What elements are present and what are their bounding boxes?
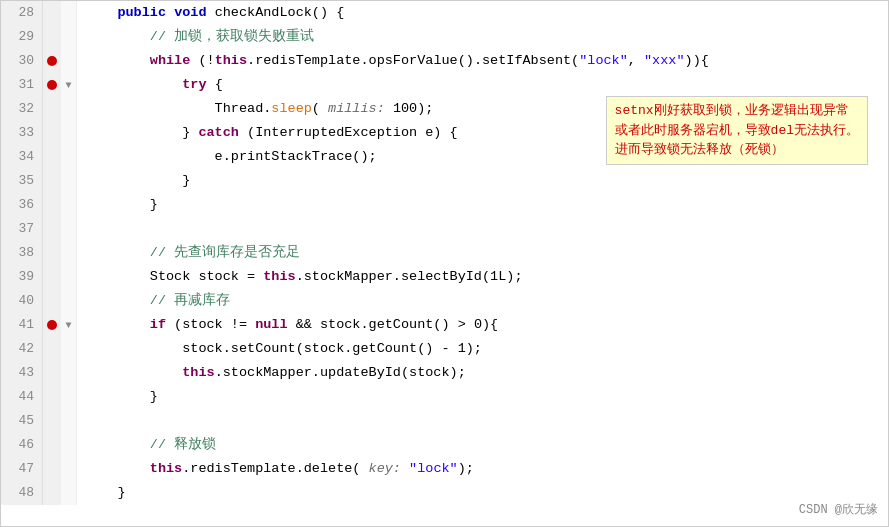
- code-content: if (stock != null && stock.getCount() > …: [77, 313, 888, 337]
- code-row: 46 // 释放锁: [1, 433, 888, 457]
- fold-cell: [61, 169, 77, 193]
- code-row: 48 }: [1, 481, 888, 505]
- line-number: 45: [1, 409, 43, 433]
- code-row: 47 this.redisTemplate.delete( key: "lock…: [1, 457, 888, 481]
- breakpoint-cell[interactable]: [43, 169, 61, 193]
- breakpoint-cell[interactable]: [43, 97, 61, 121]
- fold-cell[interactable]: ▼: [61, 73, 77, 97]
- line-number: 32: [1, 97, 43, 121]
- line-number: 29: [1, 25, 43, 49]
- fold-cell: [61, 193, 77, 217]
- fold-cell: [61, 433, 77, 457]
- code-row: 28 public void checkAndLock() {: [1, 1, 888, 25]
- code-row: 29 // 加锁，获取锁失败重试: [1, 25, 888, 49]
- line-number: 44: [1, 385, 43, 409]
- breakpoint-cell[interactable]: [43, 361, 61, 385]
- code-content: this.redisTemplate.delete( key: "lock");: [77, 457, 888, 481]
- code-content: // 释放锁: [77, 433, 888, 457]
- line-number: 34: [1, 145, 43, 169]
- line-number: 43: [1, 361, 43, 385]
- fold-cell: [61, 457, 77, 481]
- fold-cell[interactable]: ▼: [61, 313, 77, 337]
- breakpoint-cell[interactable]: [43, 433, 61, 457]
- line-number: 39: [1, 265, 43, 289]
- code-row: 36 }: [1, 193, 888, 217]
- watermark: CSDN @欣无缘: [799, 501, 878, 518]
- code-content: try {: [77, 73, 888, 97]
- fold-cell: [61, 241, 77, 265]
- fold-cell: [61, 97, 77, 121]
- fold-cell: [61, 409, 77, 433]
- code-row: 37: [1, 217, 888, 241]
- fold-cell: [61, 25, 77, 49]
- breakpoint-cell[interactable]: [43, 121, 61, 145]
- code-row: 44 }: [1, 385, 888, 409]
- code-content: }: [77, 193, 888, 217]
- breakpoint-cell[interactable]: [43, 385, 61, 409]
- code-content: }: [77, 169, 888, 193]
- code-content: stock.setCount(stock.getCount() - 1);: [77, 337, 888, 361]
- code-row: 43 this.stockMapper.updateById(stock);: [1, 361, 888, 385]
- line-number: 36: [1, 193, 43, 217]
- fold-cell: [61, 217, 77, 241]
- line-number: 37: [1, 217, 43, 241]
- breakpoint-cell[interactable]: [43, 481, 61, 505]
- code-row: 39 Stock stock = this.stockMapper.select…: [1, 265, 888, 289]
- fold-cell: [61, 265, 77, 289]
- breakpoint-cell[interactable]: [43, 193, 61, 217]
- breakpoint-dot: [47, 80, 57, 90]
- code-content: this.stockMapper.updateById(stock);: [77, 361, 888, 385]
- breakpoint-cell[interactable]: [43, 145, 61, 169]
- breakpoint-dot: [47, 320, 57, 330]
- line-number: 47: [1, 457, 43, 481]
- breakpoint-cell[interactable]: [43, 289, 61, 313]
- breakpoint-cell[interactable]: [43, 265, 61, 289]
- line-number: 46: [1, 433, 43, 457]
- breakpoint-cell[interactable]: [43, 49, 61, 73]
- breakpoint-cell[interactable]: [43, 25, 61, 49]
- line-number: 40: [1, 289, 43, 313]
- breakpoint-cell[interactable]: [43, 337, 61, 361]
- line-number: 41: [1, 313, 43, 337]
- code-content: Stock stock = this.stockMapper.selectByI…: [77, 265, 888, 289]
- code-row: 31▼ try {: [1, 73, 888, 97]
- code-row: 38 // 先查询库存是否充足: [1, 241, 888, 265]
- fold-cell: [61, 289, 77, 313]
- breakpoint-cell[interactable]: [43, 313, 61, 337]
- code-content: while (!this.redisTemplate.opsForValue()…: [77, 49, 888, 73]
- breakpoint-cell[interactable]: [43, 457, 61, 481]
- fold-cell: [61, 49, 77, 73]
- code-lines-container: 28 public void checkAndLock() {29 // 加锁，…: [1, 1, 888, 505]
- code-content: // 先查询库存是否充足: [77, 241, 888, 265]
- line-number: 28: [1, 1, 43, 25]
- tooltip-annotation: setnx刚好获取到锁，业务逻辑出现异常 或者此时服务器宕机，导致del无法执行…: [606, 96, 868, 165]
- code-row: 30 while (!this.redisTemplate.opsForValu…: [1, 49, 888, 73]
- code-content: // 再减库存: [77, 289, 888, 313]
- breakpoint-cell[interactable]: [43, 217, 61, 241]
- breakpoint-cell[interactable]: [43, 73, 61, 97]
- breakpoint-dot: [47, 56, 57, 66]
- line-number: 35: [1, 169, 43, 193]
- line-number: 30: [1, 49, 43, 73]
- fold-cell: [61, 481, 77, 505]
- fold-icon[interactable]: ▼: [65, 80, 71, 91]
- breakpoint-cell[interactable]: [43, 1, 61, 25]
- fold-cell: [61, 121, 77, 145]
- code-editor: 28 public void checkAndLock() {29 // 加锁，…: [0, 0, 889, 527]
- code-row: 42 stock.setCount(stock.getCount() - 1);: [1, 337, 888, 361]
- code-content: public void checkAndLock() {: [77, 1, 888, 25]
- code-content: }: [77, 385, 888, 409]
- fold-icon[interactable]: ▼: [65, 320, 71, 331]
- code-content: // 加锁，获取锁失败重试: [77, 25, 888, 49]
- code-content: [77, 409, 888, 433]
- breakpoint-cell[interactable]: [43, 241, 61, 265]
- fold-cell: [61, 145, 77, 169]
- fold-cell: [61, 385, 77, 409]
- line-number: 38: [1, 241, 43, 265]
- code-row: 40 // 再减库存: [1, 289, 888, 313]
- code-row: 35 }: [1, 169, 888, 193]
- line-number: 48: [1, 481, 43, 505]
- fold-cell: [61, 337, 77, 361]
- fold-cell: [61, 361, 77, 385]
- breakpoint-cell[interactable]: [43, 409, 61, 433]
